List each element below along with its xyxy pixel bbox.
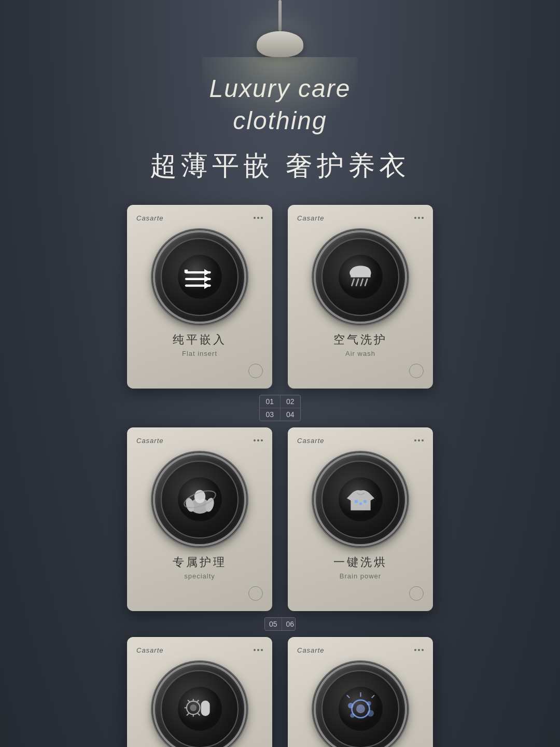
card-btn-row-3 — [136, 586, 263, 601]
grid-section: Casarte — [0, 195, 560, 747]
svg-rect-28 — [201, 701, 209, 716]
grid-row-2: Casarte — [31, 427, 529, 611]
lamp-cord — [278, 0, 282, 31]
drum-inner-6 — [321, 670, 399, 747]
drum-5 — [136, 662, 263, 747]
row-badge-2: 05 06 — [31, 617, 529, 631]
badge-box-1: 01 02 03 04 — [259, 395, 301, 421]
dot — [257, 439, 259, 441]
dot — [261, 439, 263, 441]
title-english: Luxury care clothing — [150, 73, 410, 137]
drum-outer-6 — [314, 662, 407, 747]
card-brain-power: Casarte — [288, 427, 433, 611]
drum-inner-1 — [161, 238, 239, 316]
dot — [414, 649, 416, 651]
wash-icon — [339, 477, 383, 521]
drum-outer-4 — [314, 453, 407, 546]
dot — [418, 649, 420, 651]
brand-label-6: Casarte — [297, 646, 325, 654]
svg-point-44 — [350, 713, 355, 718]
brand-label-5: Casarte — [136, 646, 164, 654]
card-dots-1 — [254, 217, 263, 219]
badge-box-2: 05 06 — [264, 617, 296, 631]
badge-04: 04 — [281, 408, 301, 421]
dot — [261, 649, 263, 651]
cloud-icon — [339, 255, 383, 299]
badge-01: 01 — [260, 395, 280, 408]
svg-point-30 — [190, 704, 197, 711]
row-badge-1: 01 02 03 04 — [31, 395, 529, 421]
dot — [422, 439, 424, 441]
svg-point-41 — [348, 703, 354, 709]
card-title-zh-2: 空气洗护 — [297, 332, 424, 348]
badge-03: 03 — [260, 408, 280, 421]
svg-rect-7 — [184, 270, 187, 273]
lamp-head — [257, 31, 303, 57]
svg-point-25 — [359, 503, 361, 505]
badge-05: 05 — [265, 618, 282, 630]
dot — [422, 217, 424, 219]
card-dots-2 — [414, 217, 424, 219]
drum-6 — [297, 662, 424, 747]
dot — [261, 217, 263, 219]
drum-1 — [136, 230, 263, 324]
drum-2 — [297, 230, 424, 324]
card-header-4: Casarte — [297, 437, 424, 445]
card-title-en-3: specialty — [136, 572, 263, 580]
card-btn-row-4 — [297, 586, 424, 601]
brand-label-1: Casarte — [136, 214, 164, 222]
page-container: Luxury care clothing 超薄平嵌 奢护养衣 Casarte — [0, 0, 560, 747]
grid-row-3: Casarte — [31, 637, 529, 747]
card-title-en-2: Air wash — [297, 350, 424, 357]
drum-3 — [136, 453, 263, 546]
card-header-6: Casarte — [297, 646, 424, 654]
card-flat-insert: Casarte — [127, 205, 272, 389]
card-circle-btn-1[interactable] — [248, 364, 263, 378]
card-dots-5 — [254, 649, 263, 651]
card-specialty: Casarte — [127, 427, 272, 611]
drum-inner-3 — [161, 461, 239, 538]
brand-label-4: Casarte — [297, 437, 325, 445]
dot — [414, 217, 416, 219]
card-circle-btn-2[interactable] — [409, 364, 424, 378]
title-section: Luxury care clothing 超薄平嵌 奢护养衣 — [150, 73, 410, 184]
card-circle-btn-4[interactable] — [409, 586, 424, 601]
svg-point-24 — [354, 500, 357, 503]
dot — [254, 439, 256, 441]
badge-06: 06 — [282, 618, 296, 630]
dot — [422, 649, 424, 651]
fpa-icon — [339, 687, 383, 731]
lamp — [257, 0, 303, 57]
drum-outer-2 — [314, 230, 407, 324]
badge-02: 02 — [281, 395, 301, 408]
svg-point-42 — [367, 701, 371, 706]
drum-outer-5 — [153, 662, 246, 747]
card-btn-row-1 — [136, 364, 263, 378]
drum-inner-2 — [321, 238, 399, 316]
card-header-1: Casarte — [136, 214, 263, 222]
card-dots-3 — [254, 439, 263, 441]
dot — [414, 439, 416, 441]
card-circle-btn-3[interactable] — [248, 586, 263, 601]
card-title-zh-4: 一键洗烘 — [297, 555, 424, 570]
dot — [418, 217, 420, 219]
card-header-3: Casarte — [136, 437, 263, 445]
brand-label-2: Casarte — [297, 214, 325, 222]
card-dots-4 — [414, 439, 424, 441]
title-chinese: 超薄平嵌 奢护养衣 — [150, 148, 410, 184]
dot — [257, 217, 259, 219]
svg-point-43 — [367, 710, 374, 717]
dot — [418, 439, 420, 441]
card-health: Casarte — [127, 637, 272, 747]
svg-rect-12 — [351, 273, 370, 278]
card-air-wash: Casarte — [288, 205, 433, 389]
drum-outer-3 — [153, 453, 246, 546]
grid-row-1: Casarte — [31, 205, 529, 389]
drum-inner-5 — [161, 670, 239, 747]
card-fpa: Casarte — [288, 637, 433, 747]
drum-inner-4 — [321, 461, 399, 538]
dot — [254, 649, 256, 651]
card-btn-row-2 — [297, 364, 424, 378]
brand-label-3: Casarte — [136, 437, 164, 445]
card-header-2: Casarte — [297, 214, 424, 222]
